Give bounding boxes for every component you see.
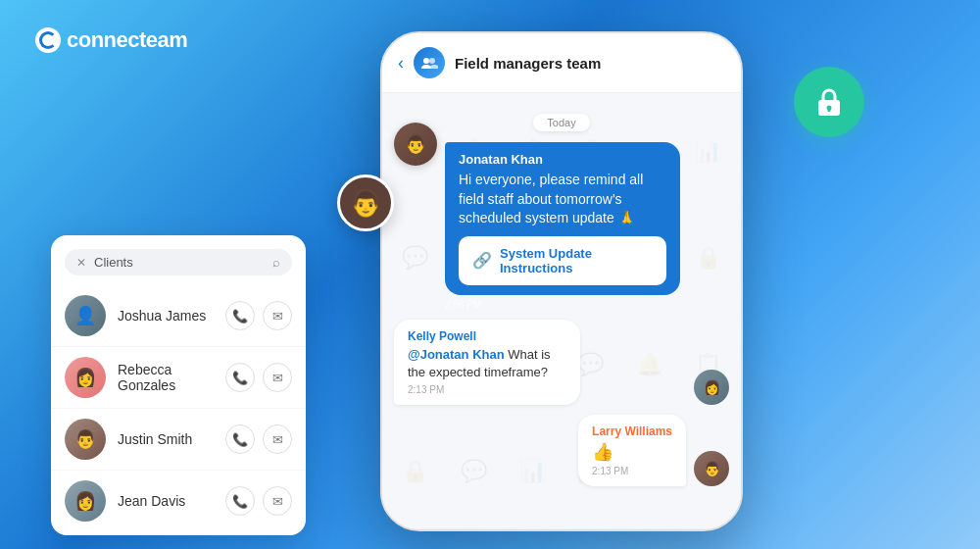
phone-btn-rebecca[interactable]: 📞 [225,363,255,392]
bubble-larry-wrapper: Larry Williams 👍 2:13 PM [578,415,686,486]
contact-actions-jean: 📞 ✉ [225,486,292,516]
message-kelly: Kelly Powell @Jonatan Khan What is the e… [394,320,729,405]
today-badge: Today [394,113,729,130]
contact-item-rebecca[interactable]: 👩 Rebecca Gonzales 📞 ✉ [51,347,306,409]
search-placeholder: Clients [94,255,265,270]
contact-name-jean: Jean Davis [118,493,214,509]
time-jonatan: 2:08 PM [445,299,680,310]
contact-item-justin[interactable]: 👨 Justin Smith 📞 ✉ [51,409,306,471]
search-icon[interactable]: ⌕ [272,255,280,270]
avatar-jean: 👩 [65,480,106,522]
contact-actions-rebecca: 📞 ✉ [225,363,292,392]
search-bar[interactable]: ✕ Clients ⌕ [65,249,292,275]
avatar-kelly: 👩 [694,370,729,405]
link-icon: 🔗 [472,251,492,270]
message-larry: Larry Williams 👍 2:13 PM 👨 [394,415,729,486]
bubble-jonatan-inner: Jonatan Khan Hi everyone, please remind … [445,142,680,295]
team-avatar [414,47,445,78]
phone-btn-justin[interactable]: 📞 [225,424,255,454]
chat-body[interactable]: 💬🔔📋 🔒👥📊 💬✅📋 🔔💬🔒 📊👥✅ 💬🔔📋 🔒💬📊 ✅👥🔔 Today 👨 [382,93,741,528]
avatar-rebecca: 👩 [65,357,106,398]
jonatan-float-avatar: 👨 [337,175,394,231]
avatar-jonatan: 👨 [394,123,437,166]
sender-larry: Larry Williams [592,424,672,438]
back-button[interactable]: ‹ [398,53,404,74]
sender-kelly: Kelly Powell [408,329,566,343]
bubble-jonatan: Jonatan Khan Hi everyone, please remind … [445,142,680,310]
contact-item-jean[interactable]: 👩 Jean Davis 📞 ✉ [51,471,306,531]
today-label: Today [533,114,589,131]
chat-header: ‹ Field managers team [382,33,741,93]
phone-btn-jean[interactable]: 📞 [225,486,255,516]
text-kelly: @Jonatan Khan What is the expected timef… [408,346,566,381]
link-card[interactable]: 🔗 System Update Instructions [459,236,666,285]
contacts-panel: ✕ Clients ⌕ 👤 Joshua James 📞 ✉ 👩 Rebecca… [51,235,306,535]
contact-name-joshua: Joshua James [118,308,214,324]
message-btn-rebecca[interactable]: ✉ [263,363,292,392]
lock-badge [794,67,864,137]
text-larry: 👍 [592,441,672,463]
contact-name-rebecca: Rebecca Gonzales [118,362,214,393]
bubble-kelly: Kelly Powell @Jonatan Khan What is the e… [394,320,580,405]
avatar-larry: 👨 [694,451,729,486]
lock-icon [811,84,847,120]
time-larry: 2:13 PM [592,466,672,476]
phone-screen: ‹ Field managers team 💬🔔📋 🔒👥📊 💬✅📋 🔔💬🔒 [382,33,741,529]
logo-text: connecteam [67,27,187,53]
logo: connecteam [35,27,187,53]
phone-btn-joshua[interactable]: 📞 [225,301,255,330]
contact-actions-justin: 📞 ✉ [225,424,292,454]
mention-kelly: @Jonatan Khan [408,347,508,362]
message-btn-joshua[interactable]: ✉ [263,301,292,330]
bubble-larry: Larry Williams 👍 2:13 PM [578,415,686,486]
close-icon[interactable]: ✕ [76,256,86,270]
sender-jonatan: Jonatan Khan [459,152,666,167]
contact-name-justin: Justin Smith [118,431,214,447]
avatar-justin: 👨 [65,419,106,460]
avatar-joshua: 👤 [65,295,106,336]
svg-rect-4 [828,108,831,112]
message-btn-jean[interactable]: ✉ [263,486,292,516]
logo-icon [35,27,61,53]
message-jonatan: 👨 Jonatan Khan Hi everyone, please remin… [394,142,729,310]
svg-point-0 [423,58,429,64]
time-kelly: 2:13 PM [408,384,566,395]
svg-point-1 [429,58,435,64]
chat-team-name: Field managers team [455,55,725,72]
text-jonatan: Hi everyone, please remind all field sta… [459,171,666,228]
phone-mockup: ‹ Field managers team 💬🔔📋 🔒👥📊 💬✅📋 🔔💬🔒 [380,31,743,531]
contact-item-joshua[interactable]: 👤 Joshua James 📞 ✉ [51,285,306,347]
contact-actions-joshua: 📞 ✉ [225,301,292,330]
message-btn-justin[interactable]: ✉ [263,424,292,454]
link-text: System Update Instructions [500,246,653,275]
